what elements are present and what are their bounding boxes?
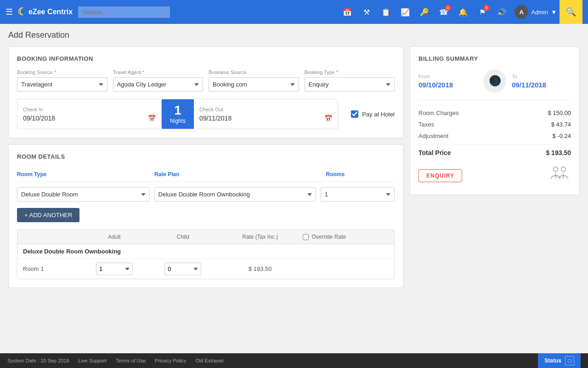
taxes-label: Taxes: [418, 121, 434, 128]
rooms-count-select[interactable]: 1: [321, 187, 395, 201]
terms-link[interactable]: Terms of Use: [116, 358, 146, 363]
nights-box: 1 Nights: [162, 99, 194, 129]
tools-icon-btn[interactable]: ⚒: [358, 4, 375, 20]
adjustment-value: $ -0.24: [553, 132, 571, 139]
rate-col-override-header: Override Rate: [303, 234, 389, 240]
business-source-label: Business Source: [209, 69, 299, 75]
status-expand-icon[interactable]: □: [565, 356, 574, 365]
checkin-input[interactable]: [23, 115, 145, 122]
checkin-group: Check In 📅: [17, 103, 162, 126]
header-search-input[interactable]: [78, 6, 170, 18]
enquiry-button[interactable]: ENQUIRY: [418, 169, 462, 182]
flag-badge: 8: [483, 5, 490, 11]
nights-count: 1: [165, 104, 190, 117]
admin-chevron-icon: ▼: [551, 9, 557, 16]
checkin-date-wrapper: 📅: [23, 115, 156, 122]
taxes-value: $ 43.74: [551, 121, 571, 128]
logo-moon-icon: ☾: [17, 6, 27, 18]
live-support-link[interactable]: Live Support: [79, 358, 107, 363]
header-icons: 📅 ⚒ 📋 📈 🔑 ☎ 0 🔔 ⚑ 8 🔊 A Admin ▼: [339, 4, 557, 20]
checkout-date-wrapper: 📅: [199, 115, 332, 122]
adjustment-row: Adjustment $ -0.24: [418, 132, 571, 139]
travel-agent-group: Travel Agent * Agoda City Ledger: [113, 69, 204, 92]
travel-agent-select[interactable]: Agoda City Ledger: [113, 77, 204, 92]
billing-title: BILLING SUMMARY: [418, 55, 571, 62]
checkout-label: Check Out: [199, 107, 332, 112]
app-footer: System Date : 10 Sep 2018 Live Support T…: [0, 353, 588, 368]
inbox-icon-btn[interactable]: 🔑: [416, 4, 433, 20]
checkout-calendar-icon[interactable]: 📅: [324, 115, 332, 122]
pay-hotel-checkbox[interactable]: [351, 110, 358, 118]
page-title: Add Reservation: [8, 30, 580, 40]
chart-icon-btn[interactable]: 📈: [397, 4, 413, 20]
rate-plan-select[interactable]: Deluxe Double Room Ownbooking: [154, 187, 316, 201]
rate-col-child-header: Child: [149, 234, 217, 240]
add-another-button[interactable]: + ADD ANOTHER: [17, 208, 79, 222]
booking-type-group: Booking Type * Enquiry: [305, 69, 395, 92]
bed-icon: 🌑: [483, 69, 506, 92]
pay-hotel-label: Pay at Hotel: [362, 111, 395, 118]
checkout-input[interactable]: [199, 115, 322, 122]
phone-badge: 0: [445, 5, 451, 11]
business-source-select[interactable]: Booking.com: [209, 77, 299, 92]
logo-text: eZee Centrix: [28, 8, 73, 16]
room-select-row: Deluxe Double Room Deluxe Double Room Ow…: [17, 187, 395, 201]
adult-count-select[interactable]: 1: [96, 263, 133, 275]
adjustment-label: Adjustment: [418, 132, 448, 139]
child-count-select[interactable]: 0: [164, 263, 201, 275]
room-details-title: ROOM DETAILS: [17, 153, 395, 160]
calendar-icon-btn[interactable]: 📅: [339, 4, 356, 20]
checkout-group: Check Out 📅: [194, 103, 338, 126]
nights-label: Nights: [165, 118, 190, 124]
booking-source-select[interactable]: Travelagent: [17, 77, 107, 92]
main-layout: BOOKING INFORMATION Booking Source * Tra…: [8, 46, 580, 294]
privacy-link[interactable]: Privacy Policy: [155, 358, 186, 363]
col-rate-plan-header: Rate Plan: [154, 171, 326, 178]
rate-col-adult-header: Adult: [80, 234, 148, 240]
billing-from-label: From: [418, 74, 478, 79]
bell-icon-btn[interactable]: 🔔: [455, 4, 471, 20]
room-charges-row: Room Charges $ 150.00: [418, 109, 571, 116]
rate-adult-select[interactable]: 1: [80, 263, 148, 275]
menu-icon[interactable]: ☰: [6, 7, 13, 17]
billing-dates: From 09/10/2018 🌑 To 09/11/2018: [418, 69, 571, 100]
checkin-calendar-icon[interactable]: 📅: [148, 115, 156, 122]
total-price-row: Total Price $ 193.50: [418, 149, 571, 156]
search-button[interactable]: 🔍: [560, 0, 582, 24]
billing-from-col: From 09/10/2018: [418, 74, 478, 89]
svg-point-0: [554, 167, 558, 172]
admin-avatar: A: [514, 5, 528, 19]
speaker-icon-btn[interactable]: 🔊: [493, 4, 510, 20]
reports-icon-btn[interactable]: 📋: [378, 4, 394, 20]
flag-icon-btn[interactable]: ⚑ 8: [474, 4, 491, 20]
billing-actions: ENQUIRY: [418, 165, 571, 186]
checkin-label: Check In: [23, 107, 156, 112]
pay-hotel-section: Pay at Hotel: [351, 110, 395, 118]
billing-to-col: To 09/11/2018: [512, 74, 571, 89]
rate-table-header: Adult Child Rate (Tax Inc.) Override Rat…: [17, 230, 394, 244]
app-header: ☰ ☾ eZee Centrix 📅 ⚒ 📋 📈 🔑 ☎ 0 🔔 ⚑ 8 🔊 A…: [0, 0, 588, 24]
phone-icon-btn[interactable]: ☎ 0: [435, 4, 452, 20]
page-content: Add Reservation BOOKING INFORMATION Book…: [0, 24, 588, 353]
checkinout-row: Check In 📅 1 Nights Check Out: [17, 99, 338, 129]
rate-data-row: Room 1 1 0 $ 193.50: [17, 259, 394, 279]
taxes-row: Taxes $ 43.74: [418, 121, 571, 128]
rate-child-select[interactable]: 0: [149, 263, 217, 275]
travel-agent-label: Travel Agent *: [113, 69, 204, 75]
billing-card: BILLING SUMMARY From 09/10/2018 🌑 To 09/…: [410, 46, 580, 195]
room-type-select[interactable]: Deluxe Double Room: [17, 187, 150, 201]
admin-label: Admin: [531, 9, 548, 16]
room-charges-value: $ 150.00: [548, 109, 571, 116]
booking-form-row-1: Booking Source * Travelagent Travel Agen…: [17, 69, 395, 92]
status-bar: Status □: [538, 353, 581, 368]
total-value: $ 193.50: [546, 149, 571, 156]
app-logo: ☾ eZee Centrix: [17, 6, 73, 18]
admin-menu[interactable]: A Admin ▼: [514, 5, 557, 19]
room-details-card: ROOM DETAILS Room Type Rate Plan Rooms D…: [8, 144, 403, 288]
status-label: Status: [544, 357, 561, 364]
booking-info-title: BOOKING INFORMATION: [17, 55, 395, 62]
override-rate-checkbox[interactable]: [303, 234, 309, 240]
booking-type-select[interactable]: Enquiry: [305, 77, 395, 92]
old-extranet-link[interactable]: Old Extranet: [196, 358, 224, 363]
rate-room-label: Room 1: [23, 265, 80, 272]
